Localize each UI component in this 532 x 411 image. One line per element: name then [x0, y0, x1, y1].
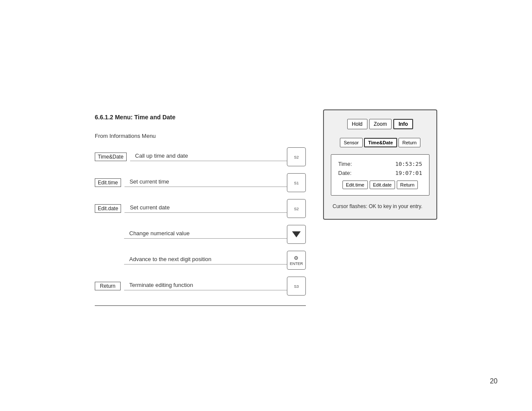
btn-hold[interactable]: Hold [347, 119, 367, 129]
instruction-row-2: Edit.time Set current time S1 [95, 172, 306, 193]
right-panel: Hold Zoom Info Sensor Time&Date Return T… [323, 109, 437, 220]
key-badge-edit-time: Edit.time [95, 178, 121, 187]
instruction-row-4: Change numerical value [95, 224, 306, 245]
triangle-down-icon [292, 231, 301, 237]
display-action-buttons: Edit.time Edit.date Return [338, 181, 422, 189]
btn-sensor[interactable]: Sensor [340, 138, 363, 147]
display-btn-editdate[interactable]: Edit.date [370, 181, 395, 189]
divider-line [95, 305, 306, 306]
instruction-row-1: Time&Date Call up time and date S2 [95, 146, 306, 168]
button-s3: S3 [287, 277, 306, 296]
enter-icon: ⚙ ENTER [290, 255, 303, 266]
btn-return-sub[interactable]: Return [398, 138, 420, 147]
key-badge-return: Return [95, 282, 121, 290]
display-btn-return[interactable]: Return [397, 181, 418, 189]
time-value: 10:53:25 [395, 161, 422, 167]
content-area: 6.6.1.2 Menu: Time and Date From Informa… [95, 109, 437, 319]
button-s1: S1 [287, 173, 306, 192]
date-value: 19:07:01 [395, 170, 422, 176]
key-badge-edit-date: Edit.date [95, 204, 121, 213]
button-s2-2: S2 [287, 199, 306, 218]
instruction-text-3: Set current date [124, 204, 287, 213]
display-btn-edittime[interactable]: Edit.time [342, 181, 368, 189]
device-submenu: Sensor Time&Date Return [331, 138, 429, 147]
instruction-text-6: Terminate editing function [124, 282, 287, 290]
device-display: Time: 10:53:25 Date: 19:07:01 Edit.time … [331, 154, 429, 196]
button-enter: ⚙ ENTER [287, 251, 306, 270]
display-date-row: Date: 19:07:01 [338, 170, 422, 176]
btn-zoom[interactable]: Zoom [369, 119, 392, 129]
instruction-text-2: Set current time [124, 178, 287, 187]
device-top-buttons: Hold Zoom Info [331, 119, 429, 129]
date-label: Date: [338, 170, 352, 176]
instruction-row-5: Advance to the next digit position ⚙ ENT… [95, 249, 306, 271]
display-time-row: Time: 10:53:25 [338, 161, 422, 167]
from-label: From Informations Menu [95, 133, 306, 139]
instruction-row-6: Return Terminate editing function S3 [95, 275, 306, 297]
btn-timedate[interactable]: Time&Date [364, 138, 397, 147]
button-s2-1: S2 [287, 147, 306, 166]
instruction-row-3: Edit.date Set current date S2 [95, 198, 306, 219]
btn-info[interactable]: Info [393, 119, 413, 129]
cursor-text: Cursor flashes: OK to key in your entry. [331, 202, 429, 210]
instruction-text-5: Advance to the next digit position [124, 256, 287, 265]
time-label: Time: [338, 161, 352, 167]
left-panel: 6.6.1.2 Menu: Time and Date From Informa… [95, 109, 306, 319]
button-triangle [287, 225, 306, 244]
instruction-text-1: Call up time and date [130, 153, 287, 161]
page-number: 20 [490, 377, 498, 385]
page-container: 6.6.1.2 Menu: Time and Date From Informa… [0, 0, 532, 411]
instruction-text-4: Change numerical value [124, 230, 287, 239]
key-badge-time-date: Time&Date [95, 153, 127, 161]
section-title: 6.6.1.2 Menu: Time and Date [95, 114, 306, 121]
